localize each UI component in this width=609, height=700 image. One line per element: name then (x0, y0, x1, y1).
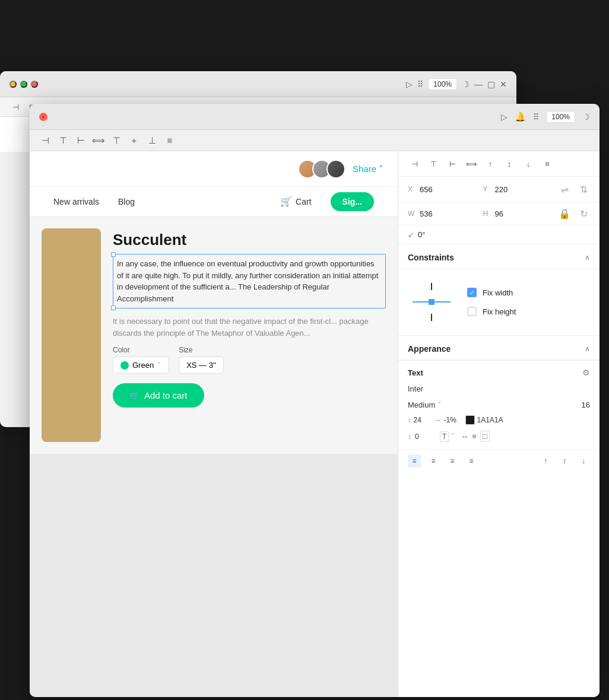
toolbar-icon-grid[interactable]: ⠿ (417, 79, 423, 89)
product-image (42, 228, 101, 442)
align-left-icon[interactable]: ⊣ (9, 101, 21, 113)
constraints-chevron-icon[interactable]: ∧ (585, 253, 590, 262)
size-select[interactable]: XS — 3" (179, 357, 223, 374)
p-align-top-icon[interactable]: ↑ (484, 157, 497, 170)
size-wh-row: W 536 H 96 🔒 ↻ (398, 202, 600, 225)
y-coord-group: Y 220 (483, 185, 516, 194)
size-label: Size (179, 346, 223, 354)
f-align-mid-icon[interactable]: + (128, 135, 140, 147)
panel-align-bar: ⊣ ⊤ ⊢ ⟺ ↑ ↕ ↓ ≡ (398, 151, 600, 177)
titlebar-front: × ▷ 🔔 ⠿ 100% ☽ (30, 104, 600, 130)
main-content: Share ˅ New arrivals Blog 🛒 Cart Sig... … (30, 151, 600, 697)
b-valign-top-icon[interactable]: ↑ (539, 454, 552, 467)
f-align-left-icon[interactable]: ⊣ (39, 135, 51, 147)
p-align-left-icon[interactable]: ⊣ (408, 157, 421, 170)
para-spacing-icon: ↕ (408, 432, 411, 441)
p-align-vert-icon[interactable]: ⟺ (465, 157, 478, 170)
flip-h-icon[interactable]: ⇌ (558, 183, 571, 196)
color-swatch[interactable] (465, 415, 475, 425)
f-align-tb-icon[interactable]: ⟺ (93, 135, 104, 147)
text-overflow-icon[interactable]: □ (480, 431, 490, 442)
toolbar-moon-icon[interactable]: ☽ (582, 112, 590, 122)
toolbar-play-icon[interactable]: ▷ (501, 112, 508, 122)
appearance-chevron-icon[interactable]: ∧ (585, 345, 590, 353)
minimize-btn-back[interactable] (9, 81, 17, 88)
color-select[interactable]: Green ˅ (113, 357, 169, 374)
b-align-left-icon[interactable]: ≡ (408, 454, 421, 467)
zoom-control-front[interactable]: 100% (546, 111, 575, 123)
fix-width-checkbox[interactable] (467, 288, 477, 297)
toolbar-icon-close[interactable]: ✕ (500, 79, 507, 89)
font-family-row: Inter (398, 382, 600, 398)
nav-item-blog[interactable]: Blog (118, 197, 135, 206)
b-valign-mid-icon[interactable]: ↕ (558, 454, 571, 467)
b-align-right-icon[interactable]: ≡ (446, 454, 459, 467)
p-align-center-icon[interactable]: ⊤ (427, 157, 440, 170)
font-weight-chevron-icon: ˅ (437, 400, 442, 409)
nav-cart[interactable]: 🛒 Cart (280, 196, 311, 207)
toolbar-bell-icon[interactable]: 🔔 (515, 112, 526, 122)
p-align-right-icon[interactable]: ⊢ (446, 157, 459, 170)
nav-signup-button[interactable]: Sig... (331, 192, 374, 211)
refresh-icon[interactable]: ↻ (577, 207, 590, 220)
avatar-group-front (298, 160, 345, 179)
p-align-mid-icon[interactable]: ↕ (503, 157, 516, 170)
close-btn-back[interactable] (31, 81, 38, 88)
p-distribute-icon[interactable]: ≡ (541, 157, 554, 170)
color-group: 1A1A1A (465, 415, 503, 425)
maximize-btn-back[interactable] (20, 81, 27, 88)
p-align-bottom-icon[interactable]: ↓ (522, 157, 535, 170)
text-header: Text ⚙ (398, 361, 600, 382)
toolbar-icon-minus[interactable]: — (474, 79, 483, 89)
font-size-row: Medium ˅ 16 (398, 398, 600, 412)
f-align-bottom-icon[interactable]: ⊥ (146, 135, 158, 147)
text-justify-icon[interactable]: ≡ (472, 432, 477, 441)
fix-height-label: Fix height (483, 307, 516, 316)
b-align-justify-icon[interactable]: ≡ (465, 454, 478, 467)
add-to-cart-button[interactable]: 🛒 Add to cart (113, 383, 204, 408)
toolbar-grid-icon[interactable]: ⠿ (533, 112, 539, 122)
text-section: Text ⚙ Inter Medium ˅ 16 ↕ (398, 361, 600, 449)
product-title: Succulent (113, 231, 386, 249)
color-dot (120, 361, 129, 370)
y-label: Y (483, 185, 491, 193)
close-btn-front[interactable]: × (39, 113, 47, 121)
toolbar-icon-moon[interactable]: ☽ (462, 79, 470, 89)
w-label: W (408, 209, 416, 218)
color-option-group: Color Green ˅ (113, 346, 169, 374)
b-align-center-icon[interactable]: ≡ (427, 454, 440, 467)
zoom-control-back[interactable]: 100% (428, 78, 457, 90)
h-label: H (483, 209, 491, 218)
cross-tick-bottom (431, 314, 432, 321)
titlebar-back: ▷ ⠿ 100% ☽ — ▢ ✕ (0, 71, 516, 97)
constraint-cross-diagram (408, 278, 455, 326)
para-spacing-value: 0 (415, 432, 432, 441)
f-align-right-icon[interactable]: ⊢ (75, 135, 87, 147)
letter-spacing-group: ↔ -1% (435, 416, 461, 424)
h-value: 96 (495, 209, 516, 218)
text-settings-icon[interactable]: ⚙ (582, 368, 590, 377)
text-box-icon[interactable]: T (440, 431, 449, 442)
lock-icon[interactable]: 🔒 (558, 207, 571, 220)
flip-v-icon[interactable]: ⇅ (577, 183, 590, 196)
f-align-center-h-icon[interactable]: ⊤ (57, 135, 69, 147)
canvas-area: Share ˅ New arrivals Blog 🛒 Cart Sig... … (30, 151, 398, 697)
text-box-chevron-icon[interactable]: ˅ (451, 432, 455, 440)
f-align-dist-icon[interactable]: ≡ (164, 135, 176, 147)
constraints-title: Constraints (408, 253, 454, 262)
share-button-front[interactable]: Share ˅ (353, 164, 383, 174)
x-label: X (408, 185, 416, 193)
fix-height-checkbox[interactable] (467, 307, 477, 316)
font-family-value: Inter (408, 384, 423, 393)
nav-item-new-arrivals[interactable]: New arrivals (53, 197, 99, 206)
y-value: 220 (495, 185, 516, 194)
font-weight-select[interactable]: Medium ˅ (408, 400, 442, 409)
right-panel: ⊣ ⊤ ⊢ ⟺ ↑ ↕ ↓ ≡ X 656 Y 220 (398, 151, 600, 697)
toolbar-icon-square[interactable]: ▢ (487, 79, 495, 89)
size-option-group: Size XS — 3" (179, 346, 223, 374)
f-align-top-icon[interactable]: ⊤ (110, 135, 122, 147)
b-valign-bottom-icon[interactable]: ↓ (577, 454, 590, 467)
text-h-spacing-icon[interactable]: ↔ (461, 432, 468, 441)
toolbar-icon-play[interactable]: ▷ (406, 79, 413, 89)
cross-center (429, 299, 434, 305)
